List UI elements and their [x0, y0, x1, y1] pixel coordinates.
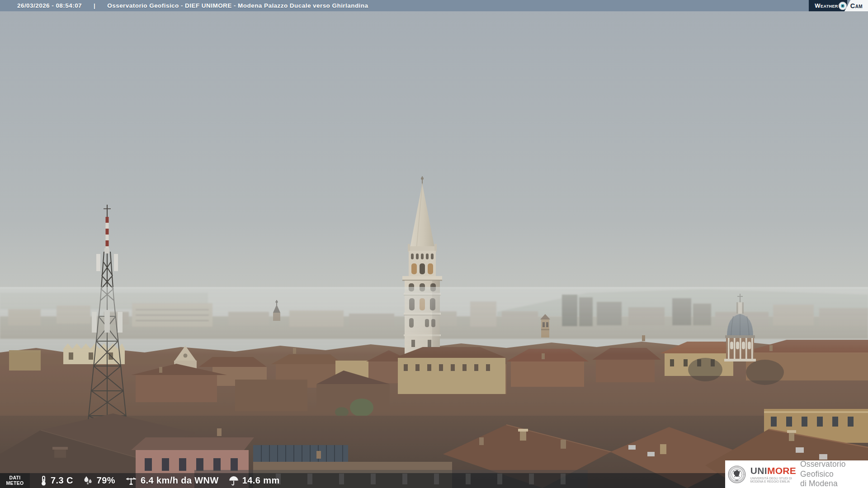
university-name-line2: MODENA E REGGIO EMILIA: [750, 480, 796, 483]
humidity-icon: [83, 475, 94, 486]
webcam-frame: 26/03/2026 - 08:54:07 | Osservatorio Geo…: [0, 0, 868, 488]
modena-cityscape: [0, 0, 868, 488]
dati-meteo-label: DATI METEO: [0, 473, 30, 488]
weathercam-logo[interactable]: Weather Cam: [809, 0, 868, 11]
top-info-bar: 26/03/2026 - 08:54:07 | Osservatorio Geo…: [0, 0, 868, 11]
camera-title: Osservatorio Geofisico - DIEF UNIMORE - …: [107, 2, 368, 9]
mist-tint: [0, 289, 868, 488]
separator: |: [94, 2, 95, 9]
temperature-reading: 7.3 C: [39, 475, 73, 486]
rain-value: 14.6 mm: [242, 475, 280, 486]
camera-lens-icon: [839, 2, 847, 10]
observatory-name: Osservatorio Geofisico di Modena: [800, 460, 868, 488]
unimore-brand-box[interactable]: UNIMORE UNIVERSITÀ DEGLI STUDI DI MODENA…: [725, 460, 868, 488]
wind-reading: 6.4 km/h da WNW: [125, 475, 219, 486]
thermometer-icon: [39, 475, 47, 486]
weathercam-logo-cam: Cam: [844, 0, 868, 11]
wind-value: 6.4 km/h da WNW: [141, 475, 219, 486]
humidity-reading: 79%: [83, 475, 115, 486]
rain-reading: 14.6 mm: [228, 475, 280, 486]
humidity-value: 79%: [97, 475, 115, 486]
umbrella-icon: [228, 475, 239, 486]
unimore-seal-icon: [727, 463, 746, 486]
university-name-line1: UNIVERSITÀ DEGLI STUDI DI: [750, 477, 796, 480]
unimore-wordmark: UNIMORE UNIVERSITÀ DEGLI STUDI DI MODENA…: [750, 466, 796, 483]
temperature-value: 7.3 C: [51, 475, 73, 486]
datetime-label: 26/03/2026 - 08:54:07: [17, 2, 82, 9]
unimore-more: MORE: [767, 465, 796, 476]
unimore-uni: UNI: [750, 465, 767, 476]
wind-vane-icon: [125, 475, 137, 486]
